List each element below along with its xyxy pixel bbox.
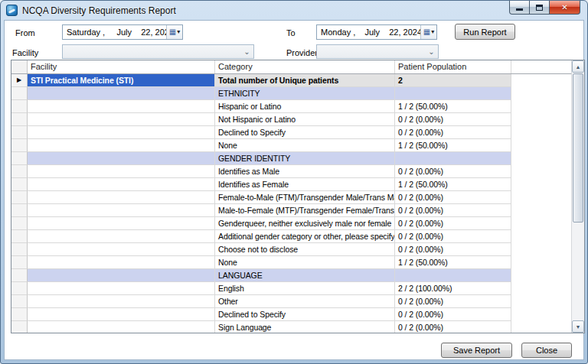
row-selector[interactable] <box>11 269 28 282</box>
patient-population-cell[interactable] <box>395 152 511 165</box>
row-selector[interactable] <box>11 321 28 333</box>
facility-cell[interactable] <box>28 139 215 152</box>
facility-cell[interactable] <box>28 230 215 243</box>
facility-cell[interactable] <box>28 178 215 191</box>
row-selector[interactable] <box>11 308 28 321</box>
patient-population-cell[interactable]: 0 / 2 (0.00%) <box>395 165 511 178</box>
table-row[interactable]: Other0 / 2 (0.00%) <box>11 295 584 308</box>
category-cell[interactable]: Declined to Specify <box>215 308 395 321</box>
patient-population-cell[interactable]: 2 / 2 (100.00%) <box>395 282 511 295</box>
row-selector[interactable] <box>11 217 28 230</box>
table-row[interactable]: Hispanic or Latino1 / 2 (50.00%) <box>11 100 584 113</box>
row-selector[interactable] <box>11 295 28 308</box>
category-cell[interactable]: Declined to Specify <box>215 126 395 139</box>
patient-population-cell[interactable]: 1 / 2 (50.00%) <box>395 100 511 113</box>
category-cell[interactable]: Total number of Unique patients <box>215 74 395 87</box>
table-row[interactable]: Identifies as Male0 / 2 (0.00%) <box>11 165 584 178</box>
row-selector[interactable] <box>11 165 28 178</box>
column-header-patient-population[interactable]: Patient Population <box>395 60 511 73</box>
patient-population-cell[interactable]: 0 / 2 (0.00%) <box>395 204 511 217</box>
table-row[interactable]: GENDER IDENTITY <box>11 152 584 165</box>
vertical-scrollbar[interactable]: ▲ ▼ <box>571 60 584 333</box>
facility-cell[interactable] <box>28 308 215 321</box>
patient-population-cell[interactable]: 0 / 2 (0.00%) <box>395 217 511 230</box>
facility-cell[interactable] <box>28 204 215 217</box>
close-button[interactable]: Close <box>521 343 572 358</box>
category-cell[interactable]: None <box>215 139 395 152</box>
facility-cell[interactable] <box>28 321 215 333</box>
category-cell[interactable]: Sign Language <box>215 321 395 333</box>
table-row[interactable]: Male-to-Female (MTF)/Transgender Female/… <box>11 204 584 217</box>
facility-select[interactable]: ⌄ <box>62 44 254 59</box>
close-window-button[interactable]: ✕ <box>549 1 580 15</box>
facility-cell[interactable] <box>28 256 215 269</box>
patient-population-cell[interactable]: 0 / 2 (0.00%) <box>395 126 511 139</box>
facility-cell[interactable] <box>28 282 215 295</box>
table-row[interactable]: None1 / 2 (50.00%) <box>11 139 584 152</box>
category-cell[interactable]: Hispanic or Latino <box>215 100 395 113</box>
category-cell[interactable]: ETHNICITY <box>215 87 395 100</box>
patient-population-cell[interactable]: 2 <box>395 74 511 87</box>
patient-population-cell[interactable]: 0 / 2 (0.00%) <box>395 295 511 308</box>
table-row[interactable]: Declined to Specify0 / 2 (0.00%) <box>11 308 584 321</box>
category-cell[interactable]: English <box>215 282 395 295</box>
category-cell[interactable]: Choose not to disclose <box>215 243 395 256</box>
row-selector[interactable] <box>11 87 28 100</box>
patient-population-cell[interactable]: 1 / 2 (50.00%) <box>395 256 511 269</box>
patient-population-cell[interactable] <box>395 269 511 282</box>
table-row[interactable]: English2 / 2 (100.00%) <box>11 282 584 295</box>
scrollbar-thumb[interactable] <box>573 73 583 223</box>
table-row[interactable]: ▶STI Practical Medicine (STI)Total numbe… <box>11 74 584 87</box>
save-report-button[interactable]: Save Report <box>441 343 512 358</box>
row-selector[interactable] <box>11 256 28 269</box>
facility-cell[interactable] <box>28 295 215 308</box>
facility-cell[interactable] <box>28 191 215 204</box>
row-selector[interactable] <box>11 204 28 217</box>
row-selector[interactable] <box>11 139 28 152</box>
row-selector[interactable] <box>11 113 28 126</box>
row-selector[interactable] <box>11 100 28 113</box>
facility-cell[interactable] <box>28 152 215 165</box>
row-selector[interactable] <box>11 230 28 243</box>
category-cell[interactable]: Not Hispanic or Latino <box>215 113 395 126</box>
category-cell[interactable]: Female-to-Male (FTM)/Transgender Male/Tr… <box>215 191 395 204</box>
category-cell[interactable]: LANGUAGE <box>215 269 395 282</box>
scroll-down-button[interactable]: ▼ <box>572 320 584 333</box>
facility-cell[interactable] <box>28 269 215 282</box>
table-row[interactable]: Not Hispanic or Latino0 / 2 (0.00%) <box>11 113 584 126</box>
category-cell[interactable]: Identifies as Male <box>215 165 395 178</box>
titlebar[interactable]: NCQA Diversity Requirements Report <box>1 1 587 20</box>
category-cell[interactable]: Identifies as Female <box>215 178 395 191</box>
facility-cell[interactable] <box>28 100 215 113</box>
patient-population-cell[interactable]: 0 / 2 (0.00%) <box>395 230 511 243</box>
table-row[interactable]: Genderqueer, neither exclusively male no… <box>11 217 584 230</box>
row-selector[interactable] <box>11 191 28 204</box>
maximize-button[interactable] <box>529 1 550 15</box>
table-row[interactable]: Choose not to disclose0 / 2 (0.00%) <box>11 243 584 256</box>
patient-population-cell[interactable] <box>395 87 511 100</box>
facility-cell[interactable] <box>28 87 215 100</box>
from-date-dropdown-button[interactable]: ▦ ▾ <box>166 25 182 39</box>
facility-cell[interactable] <box>28 217 215 230</box>
patient-population-cell[interactable]: 0 / 2 (0.00%) <box>395 243 511 256</box>
patient-population-cell[interactable]: 0 / 2 (0.00%) <box>395 191 511 204</box>
patient-population-cell[interactable]: 0 / 2 (0.00%) <box>395 308 511 321</box>
patient-population-cell[interactable]: 0 / 2 (0.00%) <box>395 321 511 333</box>
facility-cell[interactable] <box>28 165 215 178</box>
scroll-up-button[interactable]: ▲ <box>572 60 584 73</box>
to-date-dropdown-button[interactable]: ▦ ▾ <box>420 25 436 39</box>
table-row[interactable]: Additional gender category or other, ple… <box>11 230 584 243</box>
facility-cell[interactable] <box>28 243 215 256</box>
facility-cell[interactable]: STI Practical Medicine (STI) <box>28 74 215 87</box>
from-date-picker[interactable]: Saturday , July 22, 2023 ▦ ▾ <box>62 24 183 40</box>
row-selector[interactable] <box>11 126 28 139</box>
table-row[interactable]: ETHNICITY <box>11 87 584 100</box>
table-row[interactable]: LANGUAGE <box>11 269 584 282</box>
minimize-button[interactable] <box>509 1 530 15</box>
table-row[interactable]: Identifies as Female1 / 2 (50.00%) <box>11 178 584 191</box>
category-cell[interactable]: Additional gender category or other, ple… <box>215 230 395 243</box>
category-cell[interactable]: None <box>215 256 395 269</box>
patient-population-cell[interactable]: 0 / 2 (0.00%) <box>395 113 511 126</box>
row-selector[interactable] <box>11 243 28 256</box>
run-report-button[interactable]: Run Report <box>455 24 515 40</box>
